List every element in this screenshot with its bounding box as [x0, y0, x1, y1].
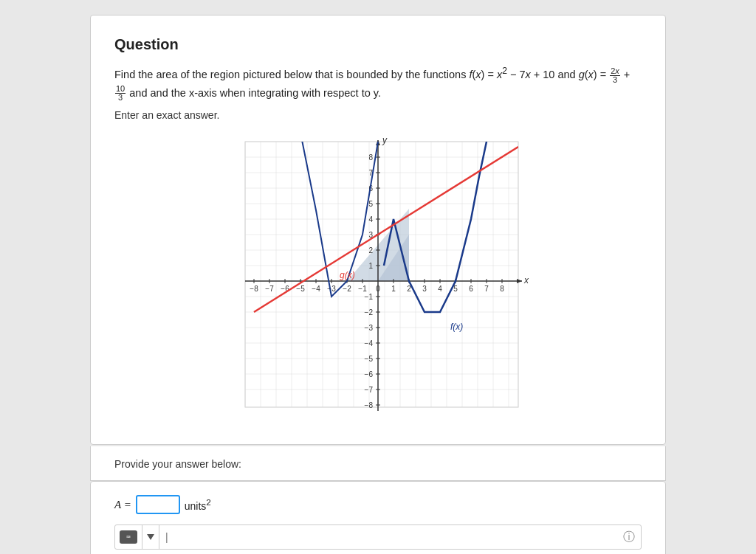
svg-text:−2: −2 [343, 285, 351, 293]
svg-text:−1: −1 [365, 293, 374, 301]
svg-text:3: 3 [422, 285, 427, 293]
answer-input[interactable] [136, 495, 180, 514]
calc-input-bar: ⌨ ⓘ [114, 524, 642, 550]
calc-dropdown[interactable] [142, 525, 159, 549]
svg-text:−7: −7 [365, 386, 374, 394]
svg-marker-114 [147, 534, 154, 540]
svg-text:7: 7 [484, 285, 489, 293]
question-title: Question [114, 36, 642, 53]
svg-text:−6: −6 [365, 370, 374, 378]
svg-text:−4: −4 [365, 339, 374, 347]
provide-answer-label: Provide your answer below: [114, 458, 241, 470]
svg-text:0: 0 [376, 285, 380, 293]
answer-area: A = units2 ⌨ ⓘ 7 8 9 ÷ x [90, 481, 666, 554]
units-label: units2 [185, 497, 211, 512]
f-label: f(x) [450, 322, 463, 332]
svg-text:−7: −7 [265, 285, 274, 293]
svg-text:2: 2 [368, 246, 373, 255]
graph-container: −8 −7 −6 −5 −4 −3 −2 −1 0 [114, 134, 642, 422]
svg-text:−1: −1 [358, 285, 367, 293]
svg-text:6: 6 [469, 285, 473, 293]
svg-text:−8: −8 [250, 285, 258, 293]
svg-text:−2: −2 [365, 308, 374, 316]
svg-text:8: 8 [500, 285, 504, 293]
svg-text:5: 5 [368, 200, 373, 208]
keyboard-icon[interactable]: ⌨ [115, 525, 142, 549]
svg-text:−3: −3 [327, 285, 336, 293]
svg-text:4: 4 [368, 215, 373, 224]
provide-answer-section: Provide your answer below: [90, 446, 666, 481]
svg-text:8: 8 [368, 153, 373, 162]
svg-marker-42 [517, 279, 522, 283]
answer-equals-label: A = [114, 499, 131, 511]
svg-text:−3: −3 [365, 324, 374, 332]
info-icon[interactable]: ⓘ [617, 530, 641, 545]
calc-text-input[interactable] [159, 525, 617, 549]
svg-text:1: 1 [368, 262, 373, 270]
svg-text:y: y [382, 135, 388, 145]
svg-text:−4: −4 [312, 285, 320, 293]
svg-text:1: 1 [391, 285, 396, 293]
g-label: g(x) [340, 270, 355, 280]
svg-text:−5: −5 [296, 285, 305, 293]
answer-row: A = units2 [114, 495, 642, 514]
svg-text:−8: −8 [365, 401, 374, 409]
svg-text:x: x [523, 275, 529, 285]
exact-answer-label: Enter an exact answer. [114, 109, 642, 121]
svg-text:4: 4 [438, 285, 442, 293]
svg-text:5: 5 [453, 285, 458, 293]
svg-text:−5: −5 [365, 355, 374, 363]
question-text: Find the area of the region pictured bel… [114, 63, 642, 102]
